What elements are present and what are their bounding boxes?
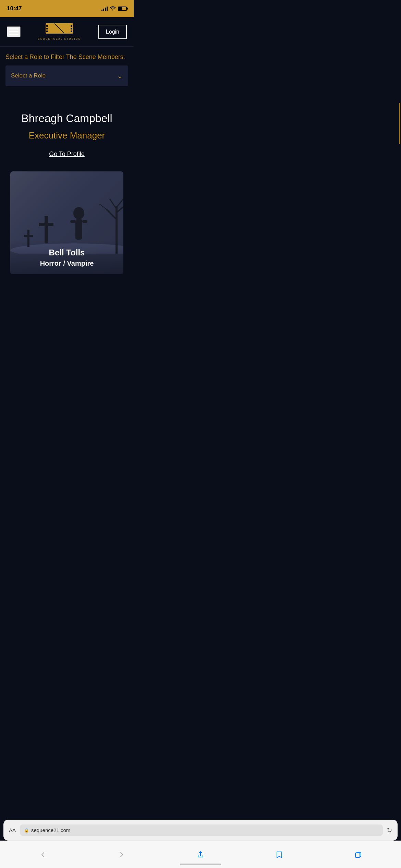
hamburger-line (9, 34, 19, 35)
hamburger-line (9, 31, 19, 32)
logo-film-strip (46, 23, 73, 36)
movie-card[interactable]: Bell Tolls Horror / Vampire (10, 171, 123, 274)
member-section: Bhreagh Campbell Executive Manager Go To… (0, 92, 134, 288)
logo: SEQUENCE21 STUDIOS (38, 23, 81, 40)
go-to-profile-link[interactable]: Go To Profile (49, 150, 85, 158)
svg-line-12 (99, 204, 106, 209)
status-time: 10:47 (7, 5, 22, 12)
hamburger-menu-button[interactable] (7, 26, 21, 37)
svg-line-10 (110, 199, 117, 209)
chevron-down-icon: ⌄ (117, 72, 123, 80)
member-role: Executive Manager (7, 130, 127, 141)
svg-rect-4 (75, 219, 82, 240)
movie-overlay: Bell Tolls Horror / Vampire (10, 241, 123, 274)
movie-title: Bell Tolls (17, 248, 117, 257)
member-name: Bhreagh Campbell (7, 112, 127, 125)
role-select-placeholder: Select a Role (11, 72, 46, 79)
svg-line-8 (106, 209, 117, 219)
svg-point-3 (73, 207, 84, 219)
login-button[interactable]: Login (98, 25, 127, 39)
status-icons (101, 6, 127, 12)
movie-genre: Horror / Vampire (17, 260, 117, 267)
role-select-dropdown[interactable]: Select a Role ⌄ (5, 65, 128, 86)
wifi-icon (110, 6, 116, 12)
signal-bars-icon (101, 6, 108, 11)
filter-label: Select a Role to Filter The Scene Member… (5, 53, 128, 61)
battery-icon (118, 7, 127, 11)
hamburger-line (9, 28, 19, 29)
svg-rect-5 (70, 220, 75, 223)
header: SEQUENCE21 STUDIOS Login (0, 17, 134, 47)
svg-rect-14 (24, 235, 33, 237)
svg-rect-1 (45, 216, 48, 243)
svg-rect-2 (39, 223, 53, 226)
svg-rect-6 (82, 220, 87, 223)
logo-text: SEQUENCE21 STUDIOS (38, 38, 81, 40)
status-bar: 10:47 (0, 0, 134, 17)
filter-section: Select a Role to Filter The Scene Member… (0, 47, 134, 92)
svg-line-11 (117, 199, 123, 207)
